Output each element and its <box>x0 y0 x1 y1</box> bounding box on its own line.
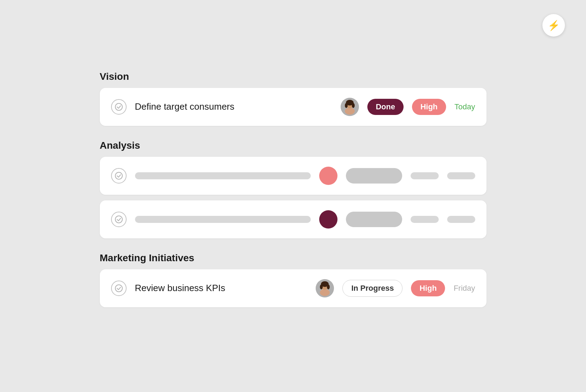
avatar-blurred <box>319 210 337 229</box>
svg-point-17 <box>327 284 330 289</box>
check-icon[interactable] <box>111 281 127 296</box>
svg-point-16 <box>320 284 323 289</box>
task-card-analysis-task-1[interactable] <box>100 157 487 195</box>
avatar <box>341 98 359 116</box>
main-container: Vision Define target consumers DoneHighT… <box>100 57 487 335</box>
section-label-marketing-initiatives: Marketing Initiatives <box>100 252 487 264</box>
check-icon[interactable] <box>111 99 127 115</box>
priority-badge[interactable]: High <box>411 280 445 296</box>
svg-point-9 <box>115 216 122 223</box>
section-label-analysis: Analysis <box>100 140 487 151</box>
task-card-analysis-task-2[interactable] <box>100 200 487 238</box>
status-badge-blurred <box>346 168 402 184</box>
task-title-blurred <box>135 216 311 223</box>
section-marketing-initiatives: Marketing Initiatives Review business KP… <box>100 252 487 307</box>
check-icon[interactable] <box>111 212 127 227</box>
status-badge[interactable]: In Progress <box>342 280 403 297</box>
section-label-vision: Vision <box>100 71 487 82</box>
lightning-button[interactable]: ⚡ <box>542 14 565 37</box>
priority-blurred <box>411 216 439 223</box>
status-badge[interactable]: Done <box>367 99 404 115</box>
svg-point-10 <box>115 285 122 292</box>
section-vision: Vision Define target consumers DoneHighT… <box>100 71 487 126</box>
task-card-define-target-consumers[interactable]: Define target consumers DoneHighToday <box>100 88 487 126</box>
avatar <box>316 279 334 297</box>
svg-point-13 <box>320 289 330 296</box>
avatar-blurred <box>319 167 337 185</box>
date-blurred <box>447 172 475 179</box>
task-title-blurred <box>135 172 311 179</box>
status-badge-blurred <box>346 212 402 227</box>
check-icon[interactable] <box>111 168 127 184</box>
priority-blurred <box>411 172 439 179</box>
lightning-icon: ⚡ <box>548 20 560 31</box>
task-card-review-business-kpis[interactable]: Review business KPIs In ProgressHighFrid… <box>100 269 487 307</box>
date-label: Today <box>455 102 475 111</box>
date-label: Friday <box>453 284 475 293</box>
task-title: Review business KPIs <box>135 283 308 294</box>
date-blurred <box>447 216 475 223</box>
svg-point-7 <box>352 103 355 108</box>
svg-point-6 <box>345 103 348 108</box>
priority-badge[interactable]: High <box>412 99 446 115</box>
svg-point-8 <box>115 172 122 179</box>
svg-point-3 <box>345 108 355 115</box>
svg-point-0 <box>115 103 122 110</box>
section-analysis: Analysis <box>100 140 487 238</box>
task-title: Define target consumers <box>135 101 332 112</box>
